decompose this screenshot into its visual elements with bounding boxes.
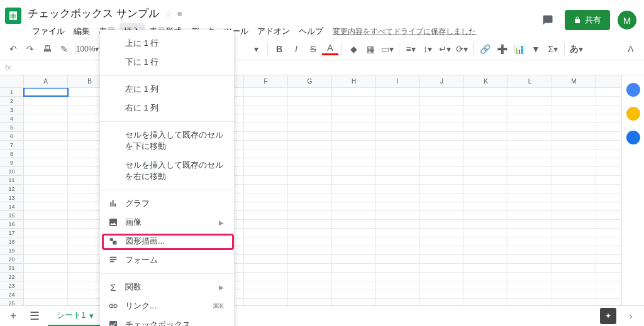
cell[interactable]	[376, 273, 420, 281]
zoom-dropdown[interactable]: 100% ▾	[79, 41, 96, 57]
cell[interactable]	[244, 264, 288, 272]
select-all-corner[interactable]	[0, 75, 24, 87]
cell[interactable]	[376, 132, 420, 140]
cell[interactable]	[508, 176, 552, 184]
menu-item[interactable]: セルを挿入して既存のセルを下に移動	[100, 126, 234, 156]
cell[interactable]	[244, 176, 288, 184]
cell[interactable]	[464, 220, 508, 228]
cell[interactable]	[288, 229, 332, 237]
cell[interactable]	[24, 281, 68, 290]
cell[interactable]	[24, 299, 68, 305]
cell[interactable]	[332, 299, 376, 305]
cell[interactable]	[420, 132, 464, 140]
cell[interactable]	[244, 185, 288, 193]
cell[interactable]	[376, 237, 420, 246]
cell[interactable]	[24, 123, 68, 131]
cell[interactable]	[464, 123, 508, 131]
cell[interactable]	[288, 97, 332, 105]
cell[interactable]	[24, 97, 68, 105]
cell[interactable]	[376, 246, 420, 254]
cell[interactable]	[420, 185, 464, 193]
cell[interactable]	[552, 141, 596, 149]
cell[interactable]	[508, 141, 552, 149]
column-header[interactable]: F	[244, 75, 288, 87]
menu-item[interactable]: 左に 1 列	[100, 80, 234, 99]
column-header[interactable]: I	[376, 75, 420, 87]
cell[interactable]	[464, 88, 508, 96]
row-header[interactable]: 6	[0, 132, 23, 141]
cell[interactable]	[376, 193, 420, 202]
menu-edit[interactable]: 編集	[69, 23, 94, 40]
collapse-button[interactable]: ᐱ	[623, 41, 639, 57]
cell[interactable]	[244, 273, 288, 281]
bold-button[interactable]: B	[271, 41, 287, 57]
cell[interactable]	[332, 281, 376, 290]
link-button[interactable]: 🔗	[477, 41, 493, 57]
cell[interactable]	[376, 255, 420, 263]
menu-item[interactable]: フォーム	[100, 251, 234, 269]
cell[interactable]	[464, 193, 508, 202]
cell[interactable]	[508, 149, 552, 158]
cell[interactable]	[24, 185, 68, 193]
cell[interactable]	[24, 211, 68, 219]
cell[interactable]	[508, 281, 552, 290]
cell[interactable]	[244, 255, 288, 263]
cell[interactable]	[244, 193, 288, 202]
cell[interactable]	[24, 176, 68, 184]
cell[interactable]	[332, 158, 376, 166]
row-header[interactable]: 24	[0, 290, 23, 299]
all-sheets-button[interactable]: ☰	[26, 308, 43, 324]
cell[interactable]	[464, 141, 508, 149]
row-header[interactable]: 21	[0, 264, 23, 273]
cell[interactable]	[464, 264, 508, 272]
cell[interactable]	[24, 88, 68, 96]
tasks-icon[interactable]	[626, 131, 640, 144]
cell[interactable]	[244, 88, 288, 96]
cell[interactable]	[24, 229, 68, 237]
row-header[interactable]: 12	[0, 185, 23, 193]
cell[interactable]	[464, 106, 508, 114]
cell[interactable]	[464, 132, 508, 140]
cell[interactable]	[464, 299, 508, 305]
cell[interactable]	[508, 202, 552, 210]
cell[interactable]	[288, 141, 332, 149]
menu-item[interactable]: Σ関数▶	[100, 278, 234, 296]
cell[interactable]	[552, 114, 596, 122]
cell[interactable]	[420, 220, 464, 228]
cell[interactable]	[376, 281, 420, 290]
cell[interactable]	[288, 273, 332, 281]
cell[interactable]	[464, 255, 508, 263]
cell[interactable]	[508, 237, 552, 246]
cell[interactable]	[332, 97, 376, 105]
cell[interactable]	[508, 273, 552, 281]
cell[interactable]	[288, 246, 332, 254]
row-header[interactable]: 8	[0, 149, 23, 158]
cell[interactable]	[552, 246, 596, 254]
row-header[interactable]: 3	[0, 106, 23, 114]
cell[interactable]	[420, 237, 464, 246]
cell[interactable]	[508, 132, 552, 140]
cell[interactable]	[420, 246, 464, 254]
cell[interactable]	[376, 176, 420, 184]
row-header[interactable]: 9	[0, 158, 23, 167]
cell[interactable]	[288, 299, 332, 305]
cell[interactable]	[552, 132, 596, 140]
cell[interactable]	[464, 281, 508, 290]
column-header[interactable]: J	[420, 75, 464, 87]
cell[interactable]	[552, 273, 596, 281]
cell[interactable]	[288, 220, 332, 228]
cell[interactable]	[376, 211, 420, 219]
cell[interactable]	[332, 114, 376, 122]
row-header[interactable]: 19	[0, 246, 23, 255]
cell[interactable]	[552, 264, 596, 272]
cell[interactable]	[24, 132, 68, 140]
cell[interactable]	[288, 237, 332, 246]
cell[interactable]	[288, 211, 332, 219]
cell[interactable]	[508, 193, 552, 202]
menu-item[interactable]: 図形描画...	[100, 232, 234, 251]
cell[interactable]	[332, 123, 376, 131]
cell[interactable]	[508, 185, 552, 193]
fill-color-button[interactable]: ◆	[345, 41, 362, 57]
cell[interactable]	[464, 211, 508, 219]
cell[interactable]	[552, 88, 596, 96]
